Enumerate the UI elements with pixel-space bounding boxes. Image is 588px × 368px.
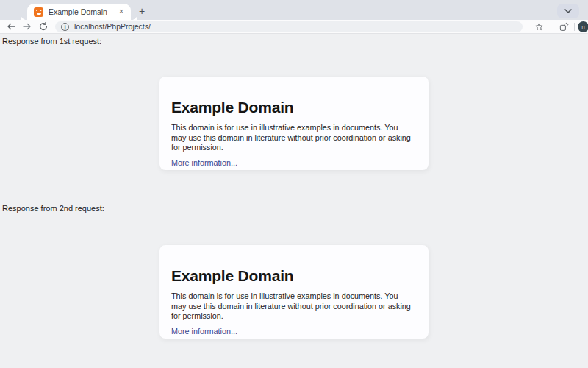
browser-toolbar: i localhost/PhpProjects/ n — [0, 20, 588, 34]
tab-title: Example Domain — [49, 7, 116, 16]
card-title: Example Domain — [171, 268, 417, 284]
more-information-link[interactable]: More information... — [171, 327, 237, 336]
url-text[interactable]: localhost/PhpProjects/ — [74, 22, 151, 31]
new-tab-button[interactable]: + — [135, 5, 148, 18]
tab-strip: Example Domain × + — [0, 0, 588, 20]
tab-search-button[interactable] — [557, 4, 579, 18]
card-body-text: This domain is for use in illustrative e… — [171, 123, 414, 153]
toolbar-divider — [574, 23, 575, 31]
reload-button[interactable] — [35, 21, 51, 33]
back-icon — [7, 23, 15, 30]
bookmark-button[interactable] — [531, 21, 546, 33]
example-domain-card-1: Example Domain This domain is for use in… — [159, 77, 429, 170]
reload-icon — [39, 22, 48, 31]
card-title: Example Domain — [171, 99, 417, 116]
example-domain-card-2: Example Domain This domain is for use in… — [159, 245, 429, 339]
forward-icon — [23, 23, 32, 30]
xampp-favicon-icon — [34, 7, 43, 17]
chevron-down-icon — [564, 9, 572, 13]
more-information-link[interactable]: More information... — [171, 158, 237, 167]
extensions-button[interactable] — [556, 21, 571, 33]
response-label-2: Response from 2nd request: — [2, 204, 104, 213]
extensions-icon — [559, 22, 569, 32]
response-label-1: Response from 1st request: — [2, 37, 101, 46]
address-bar[interactable]: i localhost/PhpProjects/ — [55, 21, 523, 32]
profile-avatar[interactable]: n — [578, 21, 588, 32]
site-info-icon[interactable]: i — [61, 23, 69, 31]
card-body-text: This domain is for use in illustrative e… — [171, 291, 414, 322]
back-button[interactable] — [3, 21, 19, 33]
tab-close-icon[interactable]: × — [116, 7, 126, 17]
forward-button[interactable] — [19, 21, 35, 33]
tab-example-domain[interactable]: Example Domain × — [27, 4, 131, 20]
page-content: Response from 1st request: Example Domai… — [0, 35, 588, 368]
bookmark-star-icon — [534, 22, 544, 32]
